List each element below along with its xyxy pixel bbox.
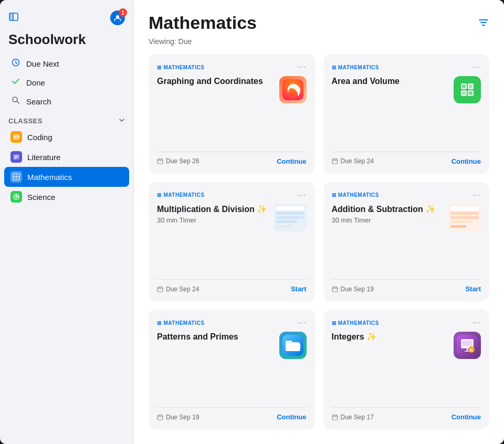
card-info-patterns: Patterns and Primes — [157, 332, 279, 343]
card-title-patterns: Patterns and Primes — [157, 332, 279, 343]
sidebar-item-mathematics[interactable]: Mathematics — [4, 167, 129, 187]
card-action-addition[interactable]: Start — [465, 285, 481, 293]
card-info-graphing: Graphing and Coordinates — [157, 76, 279, 87]
card-more-graphing[interactable]: ··· — [298, 62, 306, 72]
svg-point-3 — [116, 15, 119, 18]
coding-icon — [10, 131, 22, 143]
check-icon — [10, 77, 21, 88]
clock-icon — [10, 58, 21, 69]
sidebar-item-label-due-next: Due Next — [26, 59, 59, 68]
svg-point-16 — [15, 196, 17, 198]
card-body-patterns: Patterns and Primes — [157, 332, 307, 401]
card-due-patterns: Due Sep 19 — [157, 414, 199, 421]
app-window: 1 Schoolwork Due Next — [0, 0, 504, 444]
viewing-label: Viewing: Due — [134, 37, 504, 54]
svg-rect-46 — [158, 287, 163, 292]
numbers-app-icon — [454, 76, 481, 103]
sidebar-item-literature[interactable]: Literature — [4, 147, 129, 167]
svg-rect-42 — [276, 212, 304, 215]
card-due-multiplication: Due Sep 24 — [157, 286, 199, 293]
sidebar-item-coding[interactable]: Coding — [4, 127, 129, 147]
card-header-integers: ⊞ MATHEMATICS ··· — [332, 318, 481, 327]
cards-grid: ⊞ MATHEMATICS ··· Graphing and Coordinat… — [134, 54, 504, 444]
card-more-patterns[interactable]: ··· — [298, 318, 306, 327]
card-more-area[interactable]: ··· — [472, 62, 481, 72]
svg-rect-61 — [158, 415, 163, 420]
filter-icon[interactable] — [478, 17, 489, 31]
chevron-down-icon[interactable] — [119, 117, 125, 125]
math-subject-icon-4: ⊞ — [332, 192, 337, 198]
card-more-multiplication[interactable]: ··· — [298, 191, 306, 200]
sidebar-item-search[interactable]: Search — [4, 92, 129, 111]
card-action-patterns[interactable]: Continue — [277, 413, 306, 421]
card-title-integers: Integers ✨ — [332, 332, 454, 343]
sidebar-toggle-icon[interactable] — [8, 12, 19, 25]
svg-rect-72 — [332, 415, 338, 420]
card-header-patterns: ⊞ MATHEMATICS ··· — [157, 318, 307, 327]
class-label-mathematics: Mathematics — [27, 173, 72, 182]
card-due-addition: Due Sep 19 — [332, 286, 374, 293]
math-subject-icon-5: ⊞ — [157, 320, 162, 326]
svg-rect-33 — [469, 84, 472, 88]
card-title-multiplication: Multiplication & Division ✨ — [157, 204, 274, 215]
multiplication-thumbnail — [274, 204, 307, 231]
svg-rect-45 — [276, 225, 292, 228]
card-patterns: ⊞ MATHEMATICS ··· Patterns and Primes — [149, 310, 315, 429]
svg-rect-51 — [450, 206, 479, 210]
card-body-graphing: Graphing and Coordinates — [157, 76, 307, 145]
card-header-graphing: ⊞ MATHEMATICS ··· — [157, 62, 307, 72]
svg-rect-53 — [450, 216, 479, 219]
svg-rect-44 — [276, 220, 297, 223]
card-due-graphing: Due Sep 26 — [157, 157, 199, 165]
card-subtitle-addition: 30 min Timer — [332, 216, 449, 224]
card-title-graphing: Graphing and Coordinates — [157, 76, 279, 87]
card-subject-integers: ⊞ MATHEMATICS — [332, 320, 379, 326]
literature-icon — [10, 151, 22, 163]
sidebar-title: Schoolwork — [0, 29, 133, 54]
card-body-integers: Integers ✨ — [332, 332, 481, 401]
card-multiplication: ⊞ MATHEMATICS ··· Multiplication & Divis… — [149, 182, 315, 302]
addition-thumbnail — [448, 204, 481, 231]
card-body-multiplication: Multiplication & Division ✨ 30 min Timer — [157, 204, 307, 273]
card-action-area[interactable]: Continue — [452, 157, 481, 165]
svg-rect-35 — [469, 91, 472, 95]
sidebar-item-science[interactable]: Science — [4, 187, 129, 207]
svg-rect-23 — [158, 159, 163, 164]
card-action-graphing[interactable]: Continue — [277, 157, 306, 165]
keynote-app-icon: K — [454, 332, 481, 359]
svg-rect-34 — [462, 91, 466, 95]
card-more-addition[interactable]: ··· — [472, 191, 481, 200]
sidebar-item-label-done: Done — [26, 78, 45, 87]
card-subject-graphing: ⊞ MATHEMATICS — [157, 65, 204, 70]
card-footer-area: Due Sep 24 Continue — [332, 152, 481, 165]
sidebar-item-done[interactable]: Done — [4, 73, 129, 92]
card-subject-patterns: ⊞ MATHEMATICS — [157, 320, 204, 326]
math-subject-icon-1: ⊞ — [157, 65, 162, 70]
sidebar: 1 Schoolwork Due Next — [0, 0, 134, 444]
card-subject-addition: ⊞ MATHEMATICS — [332, 192, 379, 198]
svg-line-6 — [17, 101, 19, 103]
svg-rect-67 — [463, 341, 472, 346]
card-addition: ⊞ MATHEMATICS ··· Addition & Subtraction… — [323, 182, 490, 302]
sidebar-nav: Due Next Done Search — [0, 54, 133, 111]
card-due-integers: Due Sep 17 — [332, 414, 374, 421]
svg-rect-41 — [276, 206, 304, 210]
class-label-literature: Literature — [27, 153, 60, 162]
svg-rect-36 — [332, 159, 338, 164]
svg-rect-27 — [457, 79, 478, 100]
card-footer-multiplication: Due Sep 24 Start — [157, 279, 307, 293]
card-header-addition: ⊞ MATHEMATICS ··· — [332, 191, 481, 200]
svg-rect-43 — [276, 216, 304, 219]
class-label-science: Science — [27, 193, 55, 202]
math-subject-icon-2: ⊞ — [332, 65, 337, 70]
svg-rect-55 — [450, 225, 466, 228]
card-action-multiplication[interactable]: Start — [291, 285, 307, 293]
card-subtitle-multiplication: 30 min Timer — [157, 216, 274, 224]
card-graphing: ⊞ MATHEMATICS ··· Graphing and Coordinat… — [149, 54, 315, 174]
user-avatar[interactable]: 1 — [110, 10, 125, 25]
card-action-integers[interactable]: Continue — [452, 413, 481, 421]
sidebar-item-due-next[interactable]: Due Next — [4, 54, 129, 73]
card-footer-addition: Due Sep 19 Start — [332, 279, 481, 293]
main-title: Mathematics — [149, 13, 257, 33]
card-more-integers[interactable]: ··· — [472, 318, 481, 327]
